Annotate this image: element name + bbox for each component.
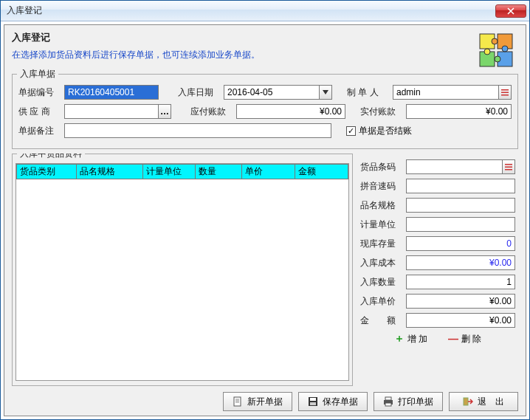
save-receipt-button[interactable]: 保存单据 (298, 392, 368, 411)
side-form: 货品条码 拼音速码 品名规格 计量单 (360, 154, 518, 386)
svg-rect-21 (464, 398, 468, 405)
unit-label: 计量单位 (360, 218, 402, 231)
amount-label: 金 额 (360, 314, 402, 327)
svg-rect-12 (505, 167, 512, 168)
checkbox-icon: ✓ (346, 126, 356, 136)
svg-point-6 (484, 49, 490, 55)
chevron-down-icon (323, 90, 328, 94)
svg-rect-19 (385, 397, 391, 400)
paid-value: ¥0.00 (486, 106, 508, 117)
checkout-checkbox[interactable]: ✓ 单据是否结账 (346, 125, 412, 137)
stock-value: 0 (406, 236, 515, 251)
add-button[interactable]: ＋ 增 加 (394, 332, 427, 345)
date-dropdown-button[interactable] (319, 85, 332, 100)
new-label: 新开单据 (247, 396, 283, 408)
svg-rect-8 (501, 89, 509, 91)
new-receipt-button[interactable]: 新开单据 (223, 392, 292, 411)
amount-input[interactable]: ¥0.00 (406, 313, 515, 328)
stock-label: 现库存量 (360, 238, 402, 250)
receipt-fieldset: 入库单据 单据编号 RK20160405001 入库日期 2016-04-05 … (12, 74, 518, 149)
svg-rect-17 (310, 402, 316, 405)
payable-input[interactable]: ¥0.00 (236, 104, 345, 119)
svg-rect-14 (234, 397, 241, 406)
exit-button[interactable]: 退 出 (449, 392, 518, 411)
supplier-picker-button[interactable]: … (158, 104, 171, 119)
receipt-maker-value: admin (396, 87, 421, 97)
payable-value: ¥0.00 (320, 106, 342, 117)
bars-icon (505, 163, 512, 171)
qty-label: 入库数量 (360, 276, 402, 289)
titlebar: 入库登记 (1, 1, 529, 21)
unit-input[interactable] (406, 217, 515, 232)
goods-legend: 入库中货品资料 (17, 154, 85, 160)
paid-label: 实付账款 (360, 106, 402, 118)
receipt-date-input[interactable]: 2016-04-05 (224, 85, 320, 100)
spec-input[interactable] (406, 198, 515, 213)
supplier-label: 供 应 商 (18, 106, 60, 118)
price-label: 入库单价 (360, 295, 402, 308)
col-spec[interactable]: 品名规格 (76, 165, 142, 179)
close-icon (507, 7, 514, 15)
add-label: 增 加 (407, 333, 427, 345)
spec-label: 品名规格 (360, 199, 402, 212)
goods-grid[interactable]: 货品类别 品名规格 计量单位 数量 单价 金额 (16, 163, 349, 381)
price-input[interactable]: ¥0.00 (406, 294, 515, 309)
delete-button[interactable]: — 删 除 (448, 332, 481, 345)
paid-input[interactable]: ¥0.00 (406, 104, 512, 119)
header: 入库登记 在选择添加货品资料后进行保存单据，也可连续添加业务单据。 (12, 31, 518, 69)
receipt-id-value: RK20160405001 (68, 87, 134, 97)
window-title: 入库登记 (7, 4, 495, 17)
pinyin-input[interactable] (406, 179, 515, 193)
barcode-picker-button[interactable] (502, 159, 515, 174)
col-price[interactable]: 单价 (242, 165, 295, 179)
delete-label: 删 除 (461, 333, 481, 345)
save-label: 保存单据 (323, 396, 358, 408)
receipt-maker-input[interactable]: admin (393, 85, 499, 100)
content-area: 入库登记 在选择添加货品资料后进行保存单据，也可连续添加业务单据。 入库单据 (4, 24, 526, 416)
receipt-legend: 入库单据 (17, 68, 58, 80)
lower-area: 入库中货品资料 货品类别 品名规格 计量单位 数量 单价 金额 (12, 154, 518, 386)
svg-point-4 (492, 38, 498, 44)
svg-rect-11 (505, 164, 512, 165)
col-category[interactable]: 货品类别 (17, 165, 77, 179)
window-close-button[interactable] (495, 4, 526, 18)
pinyin-label: 拼音速码 (360, 180, 402, 193)
svg-rect-10 (501, 94, 509, 96)
receipt-id-input[interactable]: RK20160405001 (64, 85, 159, 100)
exit-icon (463, 396, 473, 407)
puzzle-icon (477, 31, 515, 69)
receipt-maker-label: 制 单 人 (347, 86, 388, 99)
receipt-date-value: 2016-04-05 (227, 87, 272, 97)
remark-label: 单据备注 (18, 125, 60, 137)
col-qty[interactable]: 数量 (196, 165, 242, 179)
document-icon (233, 396, 243, 407)
plus-icon: ＋ (394, 332, 405, 345)
minus-icon: — (448, 333, 458, 345)
window-frame: 入库登记 入库登记 在选择添加货品资料后进行保存单据，也可连续添加业务单据。 (0, 0, 530, 420)
receipt-id-label: 单据编号 (18, 86, 60, 99)
col-unit[interactable]: 计量单位 (142, 165, 196, 179)
svg-rect-20 (385, 403, 391, 406)
payable-label: 应付账款 (190, 106, 232, 118)
cost-label: 入库成本 (360, 257, 402, 269)
receipt-date-label: 入库日期 (178, 86, 219, 99)
save-icon (308, 396, 318, 407)
page-title: 入库登记 (12, 31, 477, 44)
barcode-label: 货品条码 (360, 161, 402, 173)
exit-label: 退 出 (478, 396, 504, 408)
print-receipt-button[interactable]: 打印单据 (374, 392, 443, 411)
qty-input[interactable]: 1 (406, 275, 515, 289)
footer: 新开单据 保存单据 打印单据 退 出 (12, 386, 518, 411)
remark-input[interactable] (64, 123, 331, 138)
cost-value: ¥0.00 (406, 255, 515, 270)
supplier-input[interactable] (64, 104, 159, 119)
svg-point-7 (495, 56, 500, 62)
svg-rect-13 (505, 169, 512, 171)
col-amount[interactable]: 金额 (295, 165, 348, 179)
svg-rect-16 (310, 398, 316, 401)
barcode-input[interactable] (406, 159, 503, 174)
checkout-label: 单据是否结账 (359, 125, 412, 137)
svg-point-5 (502, 46, 508, 52)
ellipsis-icon: … (160, 106, 169, 117)
maker-picker-button[interactable] (498, 85, 512, 100)
